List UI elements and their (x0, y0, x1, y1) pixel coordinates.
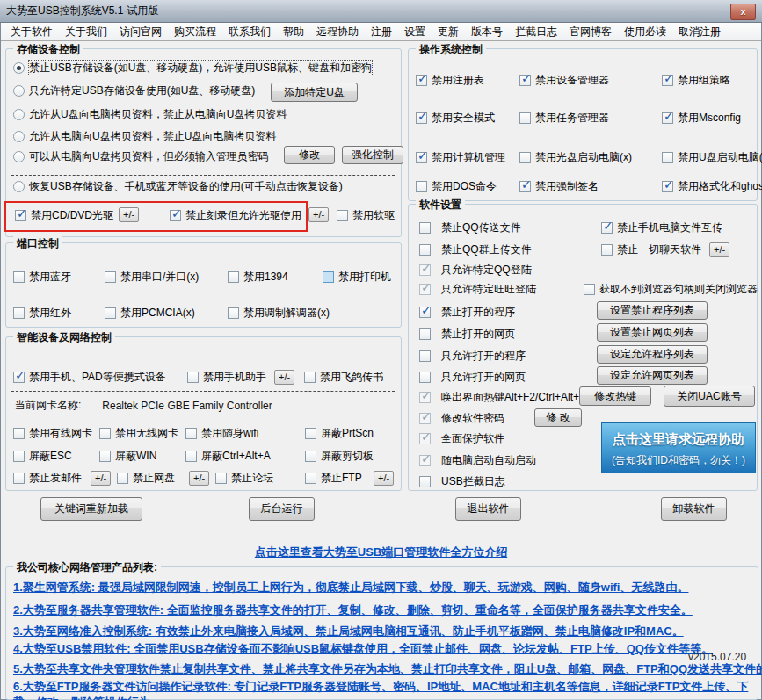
cb-allow-webpages[interactable]: 只允许打开的网页 (419, 370, 526, 384)
menu-purchase[interactable]: 购买流程 (168, 25, 222, 40)
uninstall-software-button[interactable]: 卸载软件 (661, 497, 727, 521)
set-block-webpage-list-button[interactable]: 设置禁止网页列表 (597, 323, 708, 342)
cb-browser-handle[interactable]: 获取不到浏览器句柄则关闭浏览器 (584, 282, 758, 296)
cb-serial-parallel[interactable]: 禁用串口/并口(x) (105, 270, 199, 284)
cb-block-forum[interactable]: 禁止论坛 (215, 471, 273, 485)
cb-task-manager[interactable]: 禁用任务管理器 (519, 111, 609, 125)
cb-allow-programs[interactable]: 只允许打开的程序 (419, 349, 526, 363)
product-link-2[interactable]: 2.大势至服务器共享管理软件: 全面监控服务器共享文件的打开、复制、修改、删除、… (13, 603, 752, 618)
cb-modem[interactable]: 禁用调制解调器(x) (228, 306, 330, 320)
radio-block-usb-storage[interactable]: 禁止USB存储设备(如U盘、移动硬盘)，允许使用USB鼠标、键盘和加密狗 (13, 61, 372, 75)
cb-all-chat[interactable]: 禁止一切聊天软件+/- (601, 242, 729, 256)
modify-software-password-button[interactable]: 修 改 (534, 408, 582, 427)
cb-dos-command[interactable]: 禁用DOS命令 (416, 179, 497, 193)
cb-wangwang-login[interactable]: 只允许特定旺旺登陆 (419, 282, 536, 296)
cb-group-policy[interactable]: 禁用组策略 (662, 73, 730, 87)
cb-usb-wifi[interactable]: 禁用随身wifi (185, 426, 258, 440)
product-link-5[interactable]: 5.大势至共享文件夹管理软件禁止复制共享文件、禁止将共享文件另存为本地、禁止打印… (13, 661, 752, 677)
radio-copy-with-password[interactable]: 可以从电脑向U盘拷贝资料，但必须输入管理员密码 (13, 149, 269, 163)
menu-update[interactable]: 更新 (432, 25, 465, 40)
cb-block-email[interactable]: 禁止发邮件 (13, 471, 82, 485)
modify-password-button[interactable]: 修改 (284, 146, 335, 164)
cb-disable-floppy[interactable]: 禁用软驱 (337, 208, 395, 222)
cb-computer-manage[interactable]: 禁用计算机管理 (416, 150, 505, 164)
remote-assist-banner[interactable]: 点击这里请求远程协助 (告知我们ID和密码，勿关！) (601, 422, 756, 473)
cb-protect-software[interactable]: 全面保护软件 (419, 431, 504, 445)
product-link-6[interactable]: 6.大势至FTP服务器文件访问操作记录软件: 专门记录FTP服务器登陆账号、密码… (13, 679, 752, 700)
add-specific-usb-button[interactable]: 添加特定U盘 (271, 83, 358, 102)
cb-phone-pad[interactable]: 禁用手机、PAD等便携式设备 (13, 370, 166, 384)
email-plus-minus-button[interactable]: +/- (91, 471, 111, 486)
cb-interface-hotkey[interactable]: 唤出界面热键Alt+F2/Ctrl+Alt+2 (419, 390, 585, 404)
cb-autostart[interactable]: 随电脑启动自动启动 (419, 453, 536, 467)
cb-pcmcia[interactable]: 禁用PCMCIA(x) (105, 306, 195, 320)
cb-prtscn[interactable]: 屏蔽PrtScn (305, 426, 374, 440)
cb-win-key[interactable]: 屏蔽WIN (99, 449, 156, 463)
close-icon[interactable]: x (730, 4, 756, 20)
reload-keywords-button[interactable]: 关键词重新加载 (40, 497, 142, 521)
cb-modify-password[interactable]: 修改软件密码 (419, 411, 504, 425)
cb-phone-pc-transfer[interactable]: 禁止手机电脑文件互传 (601, 220, 722, 235)
radio-usb-to-pc-only[interactable]: 允许从U盘向电脑拷贝资料，禁止从电脑向U盘拷贝资料 (13, 107, 287, 121)
cb-wired-nic[interactable]: 禁用有线网卡 (13, 426, 92, 440)
cb-qq-group-upload[interactable]: 禁止QQ群上传文件 (419, 242, 532, 256)
cb-1394[interactable]: 禁用1394 (228, 270, 288, 284)
radio-allow-specific-usb[interactable]: 只允许特定USB存储设备使用(如U盘、移动硬盘) (13, 83, 255, 97)
cb-usb-boot[interactable]: 禁用U盘启动电脑(x) (662, 150, 762, 164)
product-link-3[interactable]: 3.大势至网络准入控制系统: 有效禁止外来电脑接入局域网、禁止局域网电脑相互通讯… (13, 624, 752, 639)
cb-qq-login[interactable]: 只允许特定QQ登陆 (419, 263, 532, 277)
cb-printer[interactable]: 禁用打印机 (323, 270, 391, 284)
menu-intercept-log[interactable]: 拦截日志 (509, 25, 563, 40)
burning-plus-minus-button[interactable]: +/- (308, 207, 329, 222)
run-background-button[interactable]: 后台运行 (249, 497, 315, 521)
radio-restore-usb[interactable]: 恢复USB存储设备、手机或蓝牙等设备的使用(可手动点击恢复设备) (13, 179, 343, 193)
cb-block-netdisk[interactable]: 禁止网盘 (117, 471, 175, 485)
cb-esc[interactable]: 屏蔽ESC (13, 449, 72, 463)
all-chat-plus-minus-button[interactable]: +/- (709, 242, 729, 257)
cb-ctrl-alt-a[interactable]: 屏蔽Ctrl+Alt+A (185, 449, 271, 463)
cb-msconfig[interactable]: 禁用Msconfig (662, 111, 741, 125)
cb-block-webpages[interactable]: 禁止打开的网页 (419, 327, 515, 341)
cb-clipboard[interactable]: 屏蔽剪切板 (305, 449, 374, 463)
menu-help[interactable]: 帮助 (277, 25, 310, 40)
cb-bluetooth[interactable]: 禁用蓝牙 (13, 270, 71, 284)
cb-format-ghost[interactable]: 禁用格式化和ghost (662, 179, 762, 193)
cb-qq-file[interactable]: 禁止QQ传送文件 (419, 220, 521, 235)
cb-block-burning[interactable]: 禁止刻录但允许光驱使用 (170, 208, 301, 222)
menu-blog[interactable]: 官网博客 (563, 25, 618, 40)
cb-device-manager[interactable]: 禁用设备管理器 (519, 73, 609, 87)
netdisk-plus-minus-button[interactable]: +/- (189, 471, 209, 486)
cb-feige[interactable]: 禁用飞鸽传书 (304, 370, 383, 384)
ftp-plus-minus-button[interactable]: +/- (374, 471, 394, 486)
set-block-program-list-button[interactable]: 设置禁止程序列表 (597, 301, 708, 320)
cb-usb-log[interactable]: USB拦截日志 (419, 474, 505, 488)
menu-settings[interactable]: 设置 (398, 25, 432, 40)
cdrom-plus-minus-button[interactable]: +/- (119, 207, 139, 222)
menu-about-software[interactable]: 关于软件 (4, 25, 59, 40)
cb-registry[interactable]: 禁用注册表 (416, 73, 484, 87)
menu-remote-assist[interactable]: 远程协助 (310, 25, 365, 40)
cb-wireless-nic[interactable]: 禁用无线网卡 (99, 426, 178, 440)
menu-register[interactable]: 注册 (365, 25, 398, 40)
menu-cancel-register[interactable]: 取消注册 (672, 25, 727, 40)
cb-infrared[interactable]: 禁用红外 (13, 306, 71, 320)
radio-pc-to-usb-only[interactable]: 允许从电脑向U盘拷贝资料，禁止U盘向电脑拷贝资料 (13, 129, 276, 143)
cb-force-sign[interactable]: 禁用强制签名 (519, 179, 599, 193)
usb-manager-intro-link[interactable]: 点击这里查看大势至USB端口管理软件全方位介绍 (255, 545, 507, 559)
cb-safe-mode[interactable]: 禁用安全模式 (416, 111, 495, 125)
product-link-1[interactable]: 1.聚生网管系统: 最强局域网限制网速，控制员工上网行为，彻底禁止局域网下载、炒… (13, 580, 752, 595)
cb-phone-assistant[interactable]: 禁用手机助手+/- (187, 370, 294, 384)
set-allow-webpage-list-button[interactable]: 设定允许网页列表 (597, 366, 708, 385)
cb-block-programs[interactable]: 禁止打开的程序 (419, 305, 515, 319)
phone-assistant-plus-minus-button[interactable]: +/- (274, 370, 294, 385)
enhanced-control-button[interactable]: 强化控制 (342, 146, 403, 164)
cb-disable-cdrom[interactable]: 禁用CD/DVD光驱 (15, 208, 113, 222)
cb-block-ftp[interactable]: 禁止FTP (305, 471, 362, 485)
menu-visit-site[interactable]: 访问官网 (113, 25, 168, 40)
exit-software-button[interactable]: 退出软件 (455, 497, 521, 521)
close-uac-button[interactable]: 关闭UAC账号 (664, 386, 755, 407)
modify-hotkey-button[interactable]: 修改热键 (579, 386, 651, 406)
cb-cd-boot[interactable]: 禁用光盘启动电脑(x) (519, 150, 632, 164)
menu-version[interactable]: 版本号 (465, 25, 509, 40)
menu-contact[interactable]: 联系我们 (222, 25, 277, 40)
